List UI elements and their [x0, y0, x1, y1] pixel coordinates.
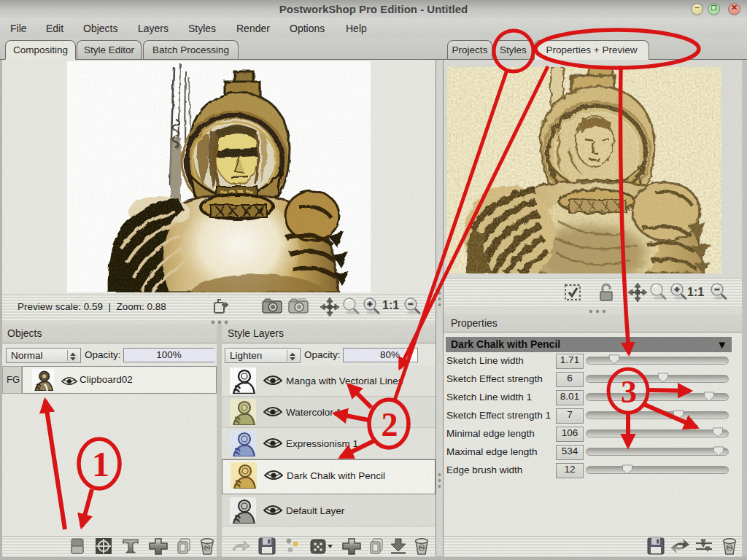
svg-text:2: 2	[382, 406, 398, 443]
svg-text:1: 1	[92, 445, 109, 483]
svg-text:3: 3	[621, 374, 637, 410]
